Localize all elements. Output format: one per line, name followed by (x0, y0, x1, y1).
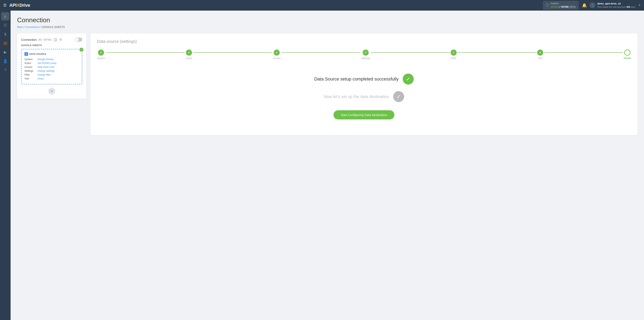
sidebar-item-briefcase[interactable]: 💼 (1, 39, 9, 47)
breadcrumb-current: GOOGLE SHEETS (42, 26, 65, 29)
days-value: 305 (626, 6, 630, 8)
step-action: ✓ Action (186, 50, 192, 60)
main-content: Connection Main / Connections / GOOGLE S… (10, 11, 644, 320)
sidebar-item-connections[interactable]: ☷ (1, 21, 9, 29)
step-line-3 (282, 52, 360, 53)
actions-box: ⓘ Actions: 25'193 of 50'000 (50%) (543, 1, 579, 10)
step-circle-finish (624, 50, 630, 56)
step-settings: ✓ Settings (361, 50, 370, 60)
sidebar-item-user[interactable]: 👤 (1, 57, 9, 65)
logo-drive: Drive (19, 3, 30, 8)
step-line-6 (544, 52, 623, 53)
app-logo: APIXDrive (9, 3, 30, 8)
actions-text: Actions: 25'193 of 50'000 (50%) (550, 2, 576, 9)
days-label: days (631, 6, 636, 8)
actions-of: of (558, 6, 560, 8)
main-layout: ⌂ ☷ $ 💼 ▶ 👤 ? Connection Main / Connecti… (0, 11, 644, 320)
user-area[interactable]: 👤 demo_apix-drive_s2 Plan |Start| left u… (590, 2, 641, 9)
breadcrumb: Main / Connections / GOOGLE SHEETS (17, 26, 638, 29)
avatar: 👤 (590, 2, 596, 8)
step-test: ✓ Test (537, 50, 543, 60)
step-label-system: System (97, 57, 105, 60)
data-source-box: ✓ 1 DATA SOURCE System Google Sheets Act… (21, 49, 82, 84)
logo-x: X (16, 3, 19, 8)
step-label-access: Access (273, 57, 281, 60)
step-circle-test: ✓ (537, 50, 543, 56)
settings-icon[interactable]: ⚙ (59, 38, 62, 42)
ds-key-access: Access (24, 66, 37, 69)
user-plan: Plan |Start| left until payment 305 days (597, 6, 636, 9)
ds-val-test[interactable]: check (38, 77, 44, 80)
google-sheets-label: GOOGLE SHEETS (21, 44, 82, 47)
ds-row-test: Test check (24, 77, 79, 80)
user-name: demo_apix-drive_s2 (597, 2, 636, 6)
actions-current: 25'193 (550, 6, 558, 8)
success-title: Data Source setup completed successfully (314, 76, 399, 82)
connection-title: Connection (21, 38, 37, 41)
step-finish: Finish (624, 50, 631, 60)
right-card: Data source (settings) ✓ System ✓ Action (90, 34, 638, 135)
ds-key-test: Test (24, 77, 37, 80)
chevron-down-icon: ▼ (638, 4, 641, 7)
ds-val-settings[interactable]: change settings (38, 70, 54, 72)
ds-number: 1 (24, 52, 28, 56)
ds-val-filter[interactable]: change filter (38, 73, 51, 76)
ds-row-system: System Google Sheets (24, 58, 79, 61)
ds-row-settings: Settings change settings (24, 70, 79, 72)
stepper: ✓ System ✓ Action ✓ Access ✓ (97, 50, 631, 60)
step-access: ✓ Access (273, 50, 281, 60)
ds-key-action: Action (24, 62, 37, 65)
actions-percent: (50%) (569, 6, 576, 8)
sidebar-item-monitor[interactable]: ▶ (1, 48, 9, 56)
datasource-settings-title: Data source (settings) (97, 39, 631, 44)
step-circle-access: ✓ (274, 50, 280, 56)
ds-val-action[interactable]: Get ROWS (new) (38, 62, 56, 65)
user-info: demo_apix-drive_s2 Plan |Start| left unt… (597, 2, 636, 9)
hamburger-menu[interactable]: ☰ (3, 3, 6, 8)
success-row-1: Data Source setup completed successfully… (314, 74, 414, 85)
step-label-settings: Settings (361, 57, 370, 60)
ds-val-access[interactable]: Help Desk User (38, 66, 54, 69)
ds-label: DATA SOURCE (29, 53, 46, 55)
connection-toggle[interactable] (75, 38, 82, 42)
step-line-5 (458, 52, 536, 53)
logo-api: API (9, 3, 16, 8)
step-system: ✓ System (97, 50, 105, 60)
step-label-test: Test (538, 57, 542, 60)
copy-icon[interactable]: 📋 (53, 38, 58, 42)
connection-id: (ID: 39750) (38, 38, 52, 41)
sidebar-item-help[interactable]: ? (1, 66, 9, 74)
sidebar-item-billing[interactable]: $ (1, 30, 9, 38)
step-line-2 (193, 52, 272, 53)
success-check-gray: ✓ (393, 91, 404, 102)
page-title: Connection (17, 16, 638, 24)
success-check-green: ✓ (403, 74, 414, 85)
ds-val-system[interactable]: Google Sheets (38, 58, 54, 61)
step-circle-action: ✓ (186, 50, 192, 56)
step-line-1 (106, 52, 185, 53)
next-title: Now let's set up the data destination (324, 94, 389, 100)
step-label-filter: Filter (451, 57, 456, 60)
step-label-finish: Finish (624, 57, 631, 60)
datasource-check-badge: ✓ (79, 47, 84, 52)
left-card: Connection (ID: 39750) 📋 ⚙ GOOGLE SHEETS… (17, 34, 86, 99)
notifications-button[interactable]: 🔔 (582, 3, 587, 8)
ds-header: 1 DATA SOURCE (24, 52, 79, 56)
step-circle-settings: ✓ (362, 50, 369, 56)
success-row-2: Now let's set up the data destination ✓ (324, 91, 404, 102)
ds-key-settings: Settings (24, 70, 37, 72)
settings-subtitle: (settings) (120, 39, 136, 44)
ds-row-filter: Filter change filter (24, 73, 79, 76)
add-datasource-button[interactable]: + (48, 88, 55, 95)
breadcrumb-connections[interactable]: Connections (25, 26, 40, 29)
ds-fields: System Google Sheets Action Get ROWS (ne… (24, 58, 79, 80)
sidebar-item-home[interactable]: ⌂ (1, 12, 9, 20)
breadcrumb-main[interactable]: Main (17, 26, 23, 29)
cards-row: Connection (ID: 39750) 📋 ⚙ GOOGLE SHEETS… (17, 34, 638, 135)
step-circle-filter: ✓ (450, 50, 457, 56)
ds-key-filter: Filter (24, 73, 37, 76)
step-filter: ✓ Filter (450, 50, 457, 60)
ds-key-system: System (24, 58, 37, 61)
start-configuring-button[interactable]: Start Configuring Data Destination (334, 110, 394, 119)
success-area: Data Source setup completed successfully… (97, 70, 631, 124)
